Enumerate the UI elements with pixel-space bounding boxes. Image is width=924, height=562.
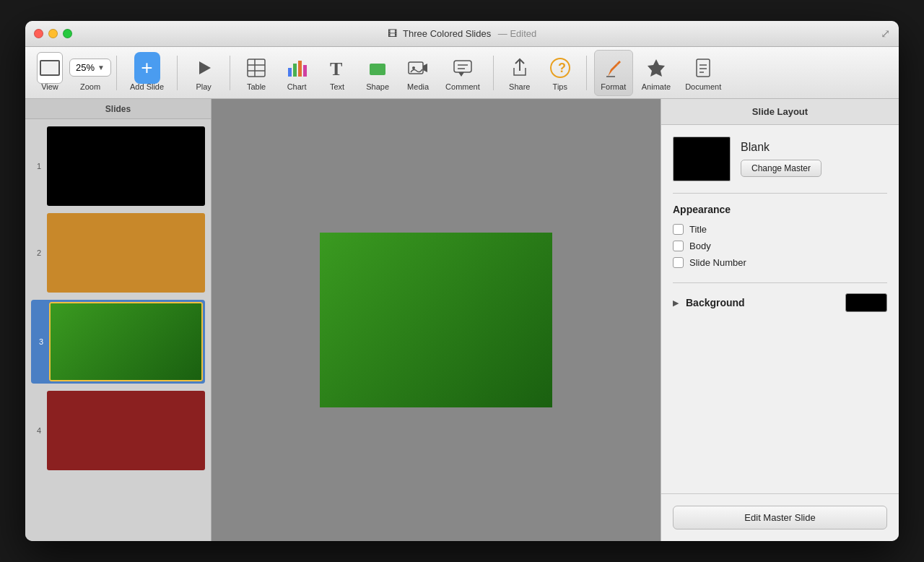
toolbar: View 25% ▼ Zoom + Add Slide xyxy=(25,47,899,99)
slide-thumb-1[interactable] xyxy=(47,126,205,206)
view-icon xyxy=(37,55,63,81)
svg-marker-20 xyxy=(648,59,665,77)
appearance-title-item[interactable]: Title xyxy=(673,224,887,235)
svg-rect-8 xyxy=(303,65,307,77)
share-icon xyxy=(507,55,533,81)
slide-thumb-3[interactable] xyxy=(49,302,203,381)
tips-button[interactable]: ? Tips xyxy=(541,51,579,95)
slide-item-3[interactable]: 3 xyxy=(31,300,205,384)
document-label: Document xyxy=(685,82,721,91)
slide-thumb-2[interactable] xyxy=(47,213,205,293)
body-label: Body xyxy=(689,241,711,251)
slide-item-4[interactable]: 4 xyxy=(31,391,205,470)
add-slide-label: Add Slide xyxy=(130,82,164,91)
zoom-value: 25% xyxy=(76,62,95,73)
slide-canvas[interactable] xyxy=(320,233,552,407)
animate-icon xyxy=(643,55,669,81)
svg-rect-6 xyxy=(293,64,297,77)
title-checkbox[interactable] xyxy=(673,224,684,235)
slide-number-checkbox[interactable] xyxy=(673,257,684,268)
slide-item-1[interactable]: 1 xyxy=(31,126,205,206)
play-label: Play xyxy=(196,82,211,91)
zoom-icon: 25% ▼ xyxy=(77,55,103,81)
shape-label: Shape xyxy=(366,82,389,91)
layout-preview-row: Blank Change Master xyxy=(673,137,887,181)
svg-rect-13 xyxy=(454,61,471,72)
app-window: 🎞 Three Colored Slides — Edited ⤢ View 2… xyxy=(25,21,899,541)
slides-list: 1 2 3 4 xyxy=(25,119,211,541)
play-button[interactable]: Play xyxy=(185,51,222,95)
divider-appearance xyxy=(673,193,887,194)
comment-button[interactable]: Comment xyxy=(440,51,486,95)
svg-rect-10 xyxy=(370,64,385,75)
zoom-label: Zoom xyxy=(80,82,100,91)
tips-label: Tips xyxy=(553,82,567,91)
appearance-slide-number-item[interactable]: Slide Number xyxy=(673,257,887,268)
presentation-icon: 🎞 xyxy=(388,28,397,39)
divider-5 xyxy=(586,56,587,90)
traffic-lights xyxy=(34,29,72,38)
body-checkbox[interactable] xyxy=(673,241,684,251)
close-button[interactable] xyxy=(34,29,43,38)
play-icon xyxy=(191,55,217,81)
right-panel: Slide Layout Blank Change Master Appeara… xyxy=(661,99,899,541)
document-button[interactable]: Document xyxy=(679,51,727,95)
add-slide-button[interactable]: + Add Slide xyxy=(124,51,170,95)
shape-icon xyxy=(365,55,391,81)
background-row: ▶ Background xyxy=(673,293,887,312)
change-master-button[interactable]: Change Master xyxy=(741,160,821,177)
table-button[interactable]: Table xyxy=(237,51,275,95)
divider-edit-master xyxy=(661,493,899,494)
svg-marker-0 xyxy=(199,61,211,74)
format-icon xyxy=(601,55,627,81)
divider-background xyxy=(673,282,887,283)
view-button[interactable]: View xyxy=(31,51,69,95)
table-label: Table xyxy=(247,82,266,91)
svg-marker-14 xyxy=(458,72,464,77)
layout-info: Blank Change Master xyxy=(741,141,821,177)
edit-master-slide-button[interactable]: Edit Master Slide xyxy=(673,506,887,529)
slide-number-4: 4 xyxy=(31,426,41,435)
appearance-body-item[interactable]: Body xyxy=(673,241,887,251)
divider-3 xyxy=(230,56,230,90)
text-button[interactable]: T Text xyxy=(318,51,356,95)
document-icon xyxy=(690,55,716,81)
chart-button[interactable]: Chart xyxy=(278,51,315,95)
svg-text:?: ? xyxy=(558,61,566,75)
slide-item-2[interactable]: 2 xyxy=(31,213,205,293)
slide-number-3: 3 xyxy=(33,337,43,346)
format-button[interactable]: Format xyxy=(594,50,633,96)
media-button[interactable]: Media xyxy=(399,51,437,95)
format-label: Format xyxy=(601,82,626,91)
share-button[interactable]: Share xyxy=(501,51,539,95)
slide-number-label: Slide Number xyxy=(689,257,746,268)
title-label: Title xyxy=(689,224,707,235)
slide-layout-header: Slide Layout xyxy=(661,99,899,125)
shape-button[interactable]: Shape xyxy=(359,51,396,95)
zoom-button[interactable]: 25% ▼ Zoom xyxy=(71,51,109,95)
minimize-button[interactable] xyxy=(48,29,58,38)
table-icon xyxy=(243,55,269,81)
svg-rect-7 xyxy=(298,61,302,77)
canvas-area[interactable] xyxy=(212,99,661,541)
appearance-items: Title Body Slide Number xyxy=(673,224,887,268)
media-icon xyxy=(405,55,431,81)
fullscreen-button[interactable]: ⤢ xyxy=(881,27,890,40)
media-label: Media xyxy=(407,82,429,91)
zoom-dropdown-arrow: ▼ xyxy=(97,64,105,72)
layout-thumbnail xyxy=(673,137,731,181)
svg-rect-1 xyxy=(248,59,265,77)
background-expand-icon[interactable]: ▶ xyxy=(673,298,679,308)
animate-button[interactable]: Animate xyxy=(636,51,676,95)
slides-panel-header: Slides xyxy=(25,99,211,119)
layout-name: Blank xyxy=(741,141,821,154)
appearance-section-title: Appearance xyxy=(673,204,887,215)
slide-thumb-4[interactable] xyxy=(47,391,205,470)
text-icon: T xyxy=(324,55,350,81)
maximize-button[interactable] xyxy=(63,29,72,38)
svg-rect-5 xyxy=(288,68,292,77)
main-content: Slides 1 2 3 xyxy=(25,99,899,541)
background-color-swatch[interactable] xyxy=(845,293,887,312)
window-title: 🎞 Three Colored Slides — Edited xyxy=(388,28,537,39)
slide-number-1: 1 xyxy=(31,162,41,170)
